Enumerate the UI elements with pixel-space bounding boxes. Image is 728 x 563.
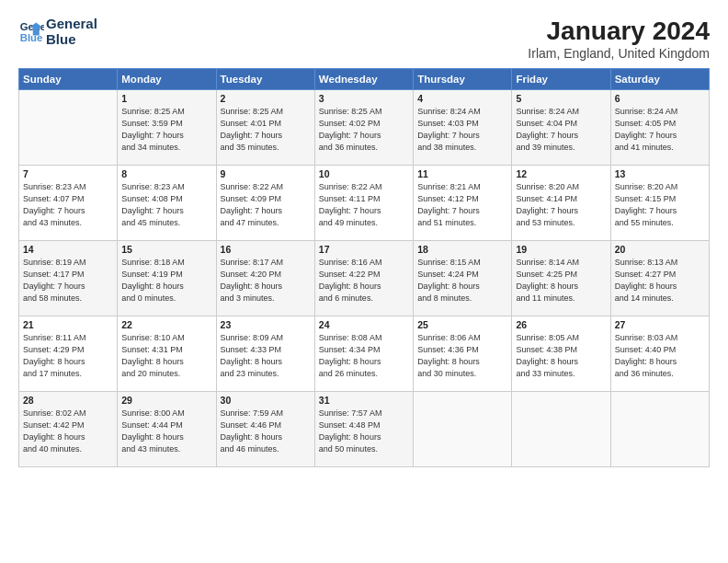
logo-text: General Blue — [46, 17, 97, 47]
day-number: 12 — [516, 168, 606, 179]
day-info: Sunrise: 8:21 AM Sunset: 4:12 PM Dayligh… — [417, 181, 507, 229]
page: General Blue General Blue January 2024 I… — [0, 0, 728, 563]
weekday-header-tuesday: Tuesday — [216, 69, 314, 90]
day-number: 20 — [615, 244, 705, 255]
week-row-2: 7Sunrise: 8:23 AM Sunset: 4:07 PM Daylig… — [19, 166, 710, 241]
day-cell: 17Sunrise: 8:16 AM Sunset: 4:22 PM Dayli… — [314, 241, 413, 316]
day-info: Sunrise: 8:25 AM Sunset: 4:02 PM Dayligh… — [319, 106, 409, 154]
day-info: Sunrise: 8:22 AM Sunset: 4:09 PM Dayligh… — [221, 181, 311, 229]
day-info: Sunrise: 8:23 AM Sunset: 4:08 PM Dayligh… — [121, 181, 211, 229]
day-cell: 24Sunrise: 8:08 AM Sunset: 4:34 PM Dayli… — [314, 316, 413, 392]
day-info: Sunrise: 8:03 AM Sunset: 4:40 PM Dayligh… — [615, 332, 705, 380]
day-cell: 12Sunrise: 8:20 AM Sunset: 4:14 PM Dayli… — [512, 166, 610, 241]
day-cell: 14Sunrise: 8:19 AM Sunset: 4:17 PM Dayli… — [19, 241, 118, 316]
day-number: 19 — [516, 244, 606, 255]
calendar-table: SundayMondayTuesdayWednesdayThursdayFrid… — [18, 68, 710, 467]
day-cell: 31Sunrise: 7:57 AM Sunset: 4:48 PM Dayli… — [314, 392, 413, 467]
weekday-header-monday: Monday — [118, 69, 216, 90]
day-cell: 29Sunrise: 8:00 AM Sunset: 4:44 PM Dayli… — [118, 392, 216, 467]
day-info: Sunrise: 8:18 AM Sunset: 4:19 PM Dayligh… — [121, 257, 211, 304]
logo-icon: General Blue — [18, 19, 44, 45]
day-cell — [512, 392, 610, 467]
day-cell: 3Sunrise: 8:25 AM Sunset: 4:02 PM Daylig… — [314, 90, 413, 166]
day-number: 30 — [221, 395, 311, 406]
day-cell — [610, 392, 709, 467]
day-info: Sunrise: 8:00 AM Sunset: 4:44 PM Dayligh… — [121, 408, 211, 455]
day-info: Sunrise: 8:02 AM Sunset: 4:42 PM Dayligh… — [23, 408, 113, 455]
day-cell: 1Sunrise: 8:25 AM Sunset: 3:59 PM Daylig… — [118, 90, 216, 166]
day-info: Sunrise: 8:24 AM Sunset: 4:04 PM Dayligh… — [516, 106, 606, 154]
week-row-3: 14Sunrise: 8:19 AM Sunset: 4:17 PM Dayli… — [19, 241, 710, 316]
day-number: 28 — [23, 395, 113, 406]
day-cell — [414, 392, 512, 467]
day-number: 25 — [417, 319, 507, 330]
day-number: 15 — [121, 244, 211, 255]
day-number: 6 — [615, 93, 705, 104]
day-cell: 21Sunrise: 8:11 AM Sunset: 4:29 PM Dayli… — [19, 316, 118, 392]
day-info: Sunrise: 8:17 AM Sunset: 4:20 PM Dayligh… — [221, 257, 311, 304]
day-info: Sunrise: 8:10 AM Sunset: 4:31 PM Dayligh… — [121, 332, 211, 380]
day-number: 13 — [615, 168, 705, 179]
day-info: Sunrise: 8:20 AM Sunset: 4:15 PM Dayligh… — [615, 181, 705, 229]
day-info: Sunrise: 8:22 AM Sunset: 4:11 PM Dayligh… — [319, 181, 409, 229]
day-info: Sunrise: 8:15 AM Sunset: 4:24 PM Dayligh… — [417, 257, 507, 304]
day-cell: 13Sunrise: 8:20 AM Sunset: 4:15 PM Dayli… — [610, 166, 709, 241]
day-cell: 15Sunrise: 8:18 AM Sunset: 4:19 PM Dayli… — [118, 241, 216, 316]
weekday-header-wednesday: Wednesday — [314, 69, 413, 90]
day-number: 27 — [615, 319, 705, 330]
day-cell: 10Sunrise: 8:22 AM Sunset: 4:11 PM Dayli… — [314, 166, 413, 241]
day-cell: 26Sunrise: 8:05 AM Sunset: 4:38 PM Dayli… — [512, 316, 610, 392]
day-cell: 16Sunrise: 8:17 AM Sunset: 4:20 PM Dayli… — [216, 241, 314, 316]
day-info: Sunrise: 8:24 AM Sunset: 4:05 PM Dayligh… — [615, 106, 705, 154]
weekday-header-friday: Friday — [512, 69, 610, 90]
day-number: 16 — [221, 244, 311, 255]
day-number: 3 — [319, 93, 409, 104]
day-cell: 6Sunrise: 8:24 AM Sunset: 4:05 PM Daylig… — [610, 90, 709, 166]
day-info: Sunrise: 7:57 AM Sunset: 4:48 PM Dayligh… — [319, 408, 409, 455]
day-number: 14 — [23, 244, 113, 255]
day-info: Sunrise: 8:20 AM Sunset: 4:14 PM Dayligh… — [516, 181, 606, 229]
day-number: 10 — [319, 168, 409, 179]
day-cell: 25Sunrise: 8:06 AM Sunset: 4:36 PM Dayli… — [414, 316, 512, 392]
day-cell: 5Sunrise: 8:24 AM Sunset: 4:04 PM Daylig… — [512, 90, 610, 166]
day-cell: 27Sunrise: 8:03 AM Sunset: 4:40 PM Dayli… — [610, 316, 709, 392]
day-cell: 19Sunrise: 8:14 AM Sunset: 4:25 PM Dayli… — [512, 241, 610, 316]
day-info: Sunrise: 8:25 AM Sunset: 4:01 PM Dayligh… — [221, 106, 311, 154]
day-cell: 11Sunrise: 8:21 AM Sunset: 4:12 PM Dayli… — [414, 166, 512, 241]
day-info: Sunrise: 8:14 AM Sunset: 4:25 PM Dayligh… — [516, 257, 606, 304]
day-cell: 8Sunrise: 8:23 AM Sunset: 4:08 PM Daylig… — [118, 166, 216, 241]
day-cell: 18Sunrise: 8:15 AM Sunset: 4:24 PM Dayli… — [414, 241, 512, 316]
day-number: 17 — [319, 244, 409, 255]
day-info: Sunrise: 8:11 AM Sunset: 4:29 PM Dayligh… — [23, 332, 113, 380]
day-number: 22 — [121, 319, 211, 330]
day-cell: 20Sunrise: 8:13 AM Sunset: 4:27 PM Dayli… — [610, 241, 709, 316]
day-number: 29 — [121, 395, 211, 406]
header: General Blue General Blue January 2024 I… — [18, 17, 710, 61]
day-number: 9 — [221, 168, 311, 179]
weekday-header-sunday: Sunday — [19, 69, 118, 90]
day-cell: 9Sunrise: 8:22 AM Sunset: 4:09 PM Daylig… — [216, 166, 314, 241]
day-number: 5 — [516, 93, 606, 104]
day-info: Sunrise: 8:23 AM Sunset: 4:07 PM Dayligh… — [23, 181, 113, 229]
day-number: 31 — [319, 395, 409, 406]
day-info: Sunrise: 8:16 AM Sunset: 4:22 PM Dayligh… — [319, 257, 409, 304]
weekday-header-saturday: Saturday — [610, 69, 709, 90]
day-info: Sunrise: 8:06 AM Sunset: 4:36 PM Dayligh… — [417, 332, 507, 380]
day-number: 18 — [417, 244, 507, 255]
logo: General Blue General Blue — [18, 17, 97, 47]
title-block: January 2024 Irlam, England, United King… — [528, 17, 710, 61]
day-number: 8 — [121, 168, 211, 179]
day-number: 23 — [221, 319, 311, 330]
day-cell: 2Sunrise: 8:25 AM Sunset: 4:01 PM Daylig… — [216, 90, 314, 166]
day-info: Sunrise: 8:25 AM Sunset: 3:59 PM Dayligh… — [121, 106, 211, 154]
day-cell: 22Sunrise: 8:10 AM Sunset: 4:31 PM Dayli… — [118, 316, 216, 392]
day-info: Sunrise: 8:09 AM Sunset: 4:33 PM Dayligh… — [221, 332, 311, 380]
day-info: Sunrise: 7:59 AM Sunset: 4:46 PM Dayligh… — [221, 408, 311, 455]
day-cell: 4Sunrise: 8:24 AM Sunset: 4:03 PM Daylig… — [414, 90, 512, 166]
day-info: Sunrise: 8:13 AM Sunset: 4:27 PM Dayligh… — [615, 257, 705, 304]
weekday-header-thursday: Thursday — [414, 69, 512, 90]
week-row-4: 21Sunrise: 8:11 AM Sunset: 4:29 PM Dayli… — [19, 316, 710, 392]
day-cell: 7Sunrise: 8:23 AM Sunset: 4:07 PM Daylig… — [19, 166, 118, 241]
day-info: Sunrise: 8:24 AM Sunset: 4:03 PM Dayligh… — [417, 106, 507, 154]
day-info: Sunrise: 8:19 AM Sunset: 4:17 PM Dayligh… — [23, 257, 113, 304]
